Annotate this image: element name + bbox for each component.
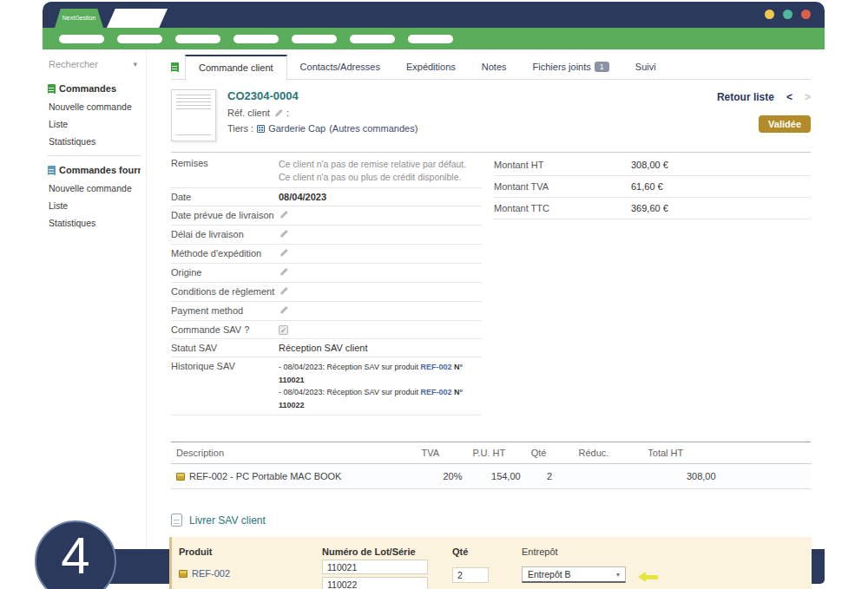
previous-record-icon[interactable]: < — [786, 91, 792, 103]
col-total-ht: Total HT — [642, 442, 720, 464]
main-pane: Commande client Contacts/Adresses Expédi… — [147, 49, 825, 549]
field-row-methode-expedition: Méthode d'expédition — [171, 245, 482, 264]
sidebar-item-nouvelle-commande[interactable]: Nouvelle commande — [49, 101, 141, 112]
product-ref-link[interactable]: REF-002 — [420, 388, 451, 396]
product-icon — [176, 473, 185, 481]
sidebar-item-liste-fournisseur[interactable]: Liste — [49, 200, 141, 211]
field-label: Historique SAV — [171, 361, 279, 371]
app-window: NextGestion Rechercher ▾ Commandes — [43, 2, 825, 584]
chevron-down-icon: ▾ — [616, 571, 620, 579]
total-value: 61,60 € — [631, 181, 663, 192]
col-qte: Qté — [526, 442, 574, 464]
tab-suivi[interactable]: Suivi — [622, 55, 669, 79]
order-tabs: Commande client Contacts/Adresses Expédi… — [171, 55, 811, 80]
menu-item-placeholder[interactable] — [233, 35, 279, 43]
order-lines-table: Description TVA P.U. HT Qté Réduc. Total… — [171, 442, 811, 489]
brand-tab[interactable]: NextGestion — [55, 9, 103, 28]
product-ref-link[interactable]: REF-002 — [420, 363, 451, 371]
field-label: Conditions de règlement — [171, 286, 279, 297]
num-label: N° — [454, 363, 463, 371]
quantity-input[interactable] — [452, 567, 489, 583]
sidebar-section-label: Commandes fournis... — [59, 165, 141, 175]
window-controls — [765, 10, 811, 19]
browser-titlebar: NextGestion — [43, 2, 825, 28]
edit-pencil-icon[interactable] — [279, 229, 288, 239]
tiers-link[interactable]: Garderie Cap — [268, 123, 326, 134]
menu-item-placeholder[interactable] — [350, 35, 395, 43]
close-icon[interactable] — [801, 10, 811, 19]
total-row-ttc: Montant TTC 369,60 € — [494, 198, 811, 219]
chevron-down-icon: ▾ — [133, 60, 137, 69]
total-row-tva: Montant TVA 61,60 € — [494, 176, 811, 198]
col-spacer — [721, 442, 811, 464]
form-header-entrepot: Entrepôt — [522, 546, 803, 557]
lot-serial-input-2[interactable] — [322, 577, 428, 589]
edit-pencil-icon[interactable] — [279, 248, 288, 258]
sidebar-section-commandes-fournisseurs[interactable]: Commandes fournis... — [48, 165, 141, 175]
sidebar-item-nouvelle-commande-fournisseur[interactable]: Nouvelle commande — [49, 183, 141, 193]
line-total-ht: 308,00 — [642, 464, 720, 489]
historique-entry: - 08/04/2023: Réception SAV sur produit … — [279, 363, 463, 383]
table-row: REF-002 - PC Portable MAC BOOK 20% 154,0… — [171, 464, 811, 489]
ref-client-label: Réf. client — [227, 108, 270, 118]
sav-checkbox[interactable]: ✓ — [279, 325, 288, 335]
sidebar-item-statistiques-fournisseur[interactable]: Statistiques — [49, 218, 141, 228]
menu-item-placeholder[interactable] — [408, 35, 453, 43]
sidebar-item-liste[interactable]: Liste — [49, 119, 141, 129]
col-tva: TVA — [417, 442, 468, 464]
historique-entry: - 08/04/2023: Réception SAV sur produit … — [279, 388, 463, 409]
tab-commande-client[interactable]: Commande client — [185, 55, 287, 80]
minimize-icon[interactable] — [765, 10, 774, 19]
product-ref-link[interactable]: REF-002 — [192, 568, 230, 579]
left-sidebar: Rechercher ▾ Commandes Nouvelle commande… — [43, 49, 147, 549]
edit-pencil-icon[interactable] — [279, 210, 288, 219]
next-record-icon[interactable]: > — [805, 91, 811, 103]
search-select[interactable]: Rechercher ▾ — [48, 56, 141, 78]
field-row-remises: Remises Ce client n'a pas de remise rela… — [171, 154, 482, 188]
attachment-count-badge: 1 — [595, 62, 609, 72]
field-row-date-livraison: Date prévue de livraison — [171, 206, 482, 226]
field-label: Origine — [171, 267, 279, 278]
maximize-icon[interactable] — [783, 10, 792, 19]
total-row-ht: Montant HT 308,00 € — [494, 154, 811, 176]
totals-table: Montant HT 308,00 € Montant TVA 61,60 € … — [494, 154, 811, 219]
sidebar-section-commandes[interactable]: Commandes — [48, 83, 141, 94]
back-to-list-link[interactable]: Retour liste — [717, 91, 774, 103]
total-value: 308,00 € — [631, 160, 668, 170]
document-preview-thumbnail[interactable] — [171, 89, 216, 141]
ref-client-row: Réf. client : — [227, 108, 418, 118]
field-label: Date — [171, 192, 279, 202]
field-row-delai-livraison: Délai de livraison — [171, 226, 482, 245]
livrer-sav-link[interactable]: Livrer SAV client — [171, 514, 811, 527]
tab-contacts-adresses[interactable]: Contacts/Adresses — [287, 55, 393, 79]
tab-notes[interactable]: Notes — [469, 55, 520, 79]
field-label: Date prévue de livraison — [171, 210, 279, 220]
menu-item-placeholder[interactable] — [175, 35, 220, 43]
status-badge: Validée — [759, 115, 811, 133]
order-details: Remises Ce client n'a pas de remise rela… — [171, 154, 811, 416]
browser-tab-placeholder[interactable] — [107, 9, 168, 28]
tiers-row: Tiers : Garderie Cap (Autres commandes) — [227, 123, 418, 134]
col-reduc: Réduc. — [573, 442, 642, 464]
edit-pencil-icon[interactable] — [279, 267, 288, 277]
divider — [48, 155, 141, 156]
field-label: Délai de livraison — [171, 229, 279, 239]
lot-serial-input-1[interactable] — [322, 560, 428, 574]
line-product-link[interactable]: REF-002 - PC Portable MAC BOOK — [189, 471, 341, 481]
edit-pencil-icon[interactable] — [273, 108, 283, 118]
total-value: 369,60 € — [631, 203, 668, 213]
entrepot-select[interactable]: Entrepôt B ▾ — [522, 566, 626, 583]
field-label: Remises — [171, 158, 279, 168]
tiers-suffix: (Autres commandes) — [329, 123, 418, 134]
menu-item-placeholder[interactable] — [117, 35, 162, 43]
edit-pencil-icon[interactable] — [279, 286, 288, 296]
tab-fichiers-joints[interactable]: Fichiers joints1 — [520, 55, 622, 79]
edit-pencil-icon[interactable] — [279, 305, 288, 315]
order-banner: CO2304-0004 Réf. client : Tiers : Garder… — [171, 80, 811, 153]
menu-item-placeholder[interactable] — [59, 35, 104, 43]
sidebar-item-statistiques[interactable]: Statistiques — [49, 136, 141, 147]
num-label: N° — [454, 388, 463, 396]
menu-item-placeholder[interactable] — [292, 35, 337, 43]
annotation-arrow-icon — [638, 572, 658, 582]
tab-expeditions[interactable]: Expéditions — [393, 55, 469, 79]
